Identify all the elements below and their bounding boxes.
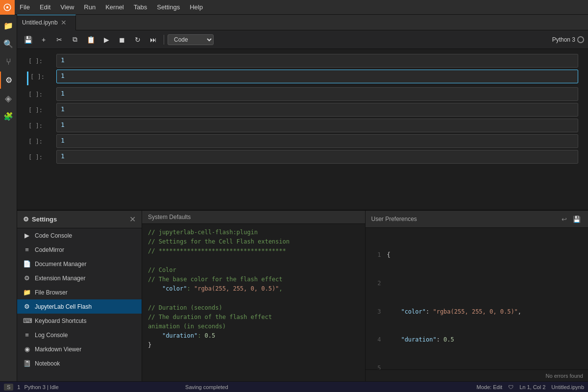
code-console-icon: ▶: [23, 232, 31, 239]
bottom-panel: ⚙ Settings ✕ ▶ Code Console ≡ CodeMirror: [17, 210, 588, 381]
palette-icon[interactable]: ◈: [0, 90, 17, 107]
settings-header: ⚙ Settings ✕: [17, 211, 142, 228]
cell-prompt-4: [ ]:: [28, 105, 53, 114]
notebook-container: Untitled.ipynb ✕ 💾 + ✂ ⧉ 📋 ▶ ◼ ↻ ⏭ Code …: [17, 15, 588, 381]
log-icon: ≡: [23, 331, 31, 339]
status-s-badge: S: [4, 384, 13, 391]
settings-list: ▶ Code Console ≡ CodeMirror 📄 Document M…: [17, 228, 142, 381]
gear-icon: ⚙: [23, 216, 29, 223]
cell-flash-icon: ⚙: [23, 303, 31, 310]
cell-row-3: [ ]: 1: [27, 87, 578, 101]
settings-item-log-console[interactable]: ≡ Log Console: [17, 328, 142, 342]
cell-editor-7[interactable]: 1: [56, 150, 578, 164]
stop-button[interactable]: ◼: [115, 33, 129, 47]
cell-type-selector[interactable]: Code Markdown Raw: [168, 34, 214, 45]
extension-icon[interactable]: 🧩: [0, 108, 17, 125]
tab-title: Untitled.ipynb: [22, 19, 58, 26]
system-defaults-title: System Defaults: [148, 214, 191, 220]
toolbar-separator: [164, 35, 164, 45]
settings-item-extension-manager[interactable]: ⚙ Extension Manager: [17, 271, 142, 285]
toolbar-right: Python 3: [552, 36, 584, 43]
cell-prompt-5: [ ]:: [28, 121, 53, 129]
cell-row-1: [ ]: 1: [27, 54, 578, 68]
menu-kernel[interactable]: Kernel: [100, 0, 129, 15]
user-preferences-pane: User Preferences ↩ 💾 1{ 2 3 "color": "rg…: [366, 211, 588, 381]
settings-sidebar-icon[interactable]: ⚙: [0, 72, 17, 89]
settings-sidebar: ⚙ Settings ✕ ▶ Code Console ≡ CodeMirror: [17, 211, 142, 381]
cell-editor-4[interactable]: 1: [56, 103, 578, 117]
cell-row-6: [ ]: 1: [27, 134, 578, 148]
tab-bar: Untitled.ipynb ✕: [17, 15, 588, 30]
settings-close-button[interactable]: ✕: [129, 215, 136, 224]
status-right: Mode: Edit 🛡 Ln 1, Col 2 Untitled.ipynb: [477, 384, 584, 390]
status-shield-icon: 🛡: [508, 384, 514, 390]
app-logo: [0, 0, 15, 15]
cell-gutter-3: [ ]:: [27, 87, 56, 98]
menu-settings[interactable]: Settings: [152, 0, 185, 15]
restart-button[interactable]: ↻: [131, 33, 145, 47]
git-icon[interactable]: ⑂: [0, 53, 17, 71]
paste-button[interactable]: 📋: [84, 33, 98, 47]
cell-editor-6[interactable]: 1: [56, 134, 578, 148]
status-count: 1: [17, 384, 20, 390]
toolbar: 💾 + ✂ ⧉ 📋 ▶ ◼ ↻ ⏭ Code Markdown Raw Pyth…: [17, 30, 588, 49]
cell-prompt-1: [ ]:: [28, 56, 53, 65]
notebook-tab[interactable]: Untitled.ipynb ✕: [17, 15, 76, 30]
menu-bar: File Edit View Run Kernel Tabs Settings …: [0, 0, 588, 15]
add-cell-button[interactable]: +: [37, 33, 50, 47]
status-mode: Mode: Edit: [477, 384, 503, 390]
no-errors-bar: No errors found: [366, 369, 588, 381]
status-center: Saving completed: [185, 384, 228, 390]
cut-button[interactable]: ✂: [52, 33, 66, 47]
keyboard-icon: ⌨: [23, 317, 31, 324]
menu-help[interactable]: Help: [185, 0, 208, 15]
menu-run[interactable]: Run: [79, 0, 100, 15]
cell-row-7: [ ]: 1: [27, 150, 578, 164]
settings-title: ⚙ Settings: [23, 216, 57, 223]
file-browser-icon: 📁: [23, 289, 31, 296]
run-button[interactable]: ▶: [99, 33, 113, 47]
cell-gutter-5: [ ]:: [27, 119, 56, 129]
folder-icon[interactable]: 📁: [0, 17, 17, 34]
system-defaults-header: System Defaults: [142, 211, 365, 224]
status-cursor: Ln 1, Col 2: [519, 384, 545, 390]
copy-button[interactable]: ⧉: [68, 33, 82, 47]
settings-item-document-manager[interactable]: 📄 Document Manager: [17, 257, 142, 271]
settings-item-code-console[interactable]: ▶ Code Console: [17, 228, 142, 243]
settings-item-file-browser[interactable]: 📁 File Browser: [17, 285, 142, 299]
status-kernel-idle: Python 3 | Idle: [24, 384, 58, 390]
svg-point-1: [6, 6, 9, 8]
kernel-name: Python 3: [552, 36, 584, 43]
cell-row-2: [ ]: 1: [27, 70, 578, 85]
menu-tabs[interactable]: Tabs: [129, 0, 152, 15]
kernel-circle-icon: [577, 36, 584, 43]
cell-gutter-7: [ ]:: [27, 150, 56, 161]
menu-file[interactable]: File: [15, 0, 35, 15]
tab-close-button[interactable]: ✕: [61, 19, 67, 26]
system-defaults-code: // jupyterlab-cell-flash:plugin // Setti…: [142, 224, 365, 381]
cell-prompt-3: [ ]:: [28, 89, 53, 98]
save-user-prefs-button[interactable]: 💾: [571, 214, 582, 224]
status-left: S 1 Python 3 | Idle: [4, 384, 59, 391]
main-area: 📁 🔍 ⑂ ⚙ ◈ 🧩 Untitled.ipynb ✕ 💾 + ✂ ⧉ 📋 ▶…: [0, 15, 588, 381]
settings-item-notebook[interactable]: 📓 Notebook: [17, 356, 142, 370]
cell-row-4: [ ]: 1: [27, 103, 578, 117]
save-button[interactable]: 💾: [21, 33, 35, 47]
menu-view[interactable]: View: [55, 0, 79, 15]
user-preferences-code[interactable]: 1{ 2 3 "color": "rgba(255, 255, 0, 0.5)"…: [366, 228, 588, 369]
cell-editor-5[interactable]: 1: [56, 119, 578, 132]
cell-editor-3[interactable]: 1: [56, 87, 578, 101]
fast-forward-button[interactable]: ⏭: [147, 33, 160, 47]
cell-editor-1[interactable]: 1: [56, 54, 578, 68]
cell-gutter-2: [ ]:: [27, 70, 56, 85]
settings-item-cell-flash[interactable]: ⚙ JupyterLab Cell Flash: [17, 299, 142, 314]
status-bar: S 1 Python 3 | Idle Saving completed Mod…: [0, 381, 588, 392]
settings-item-markdown-viewer[interactable]: ◉ Markdown Viewer: [17, 342, 142, 356]
search-icon[interactable]: 🔍: [0, 35, 17, 52]
undo-button[interactable]: ↩: [559, 214, 569, 224]
settings-item-keyboard-shortcuts[interactable]: ⌨ Keyboard Shortcuts: [17, 314, 142, 328]
cell-editor-2[interactable]: 1: [56, 70, 578, 83]
user-preferences-title: User Preferences: [371, 216, 417, 222]
menu-edit[interactable]: Edit: [35, 0, 55, 15]
settings-item-codemirror[interactable]: ≡ CodeMirror: [17, 243, 142, 257]
